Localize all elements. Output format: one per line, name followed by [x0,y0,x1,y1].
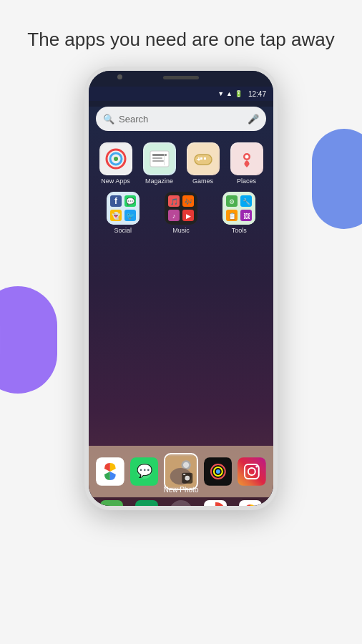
svg-text:🔧: 🔧 [243,197,251,206]
dock-icon-hangouts[interactable]: 💬 [134,499,160,510]
svg-text:💬: 💬 [137,463,153,479]
app-item-tools[interactable]: ⚙ 🔧 📋 🖼 Tools [212,192,266,234]
svg-point-61 [216,469,220,474]
svg-rect-13 [204,157,206,160]
svg-rect-62 [238,457,266,486]
app-item-games[interactable]: Games [183,142,222,185]
svg-rect-8 [152,160,164,162]
tools-icon: ⚙ 🔧 📋 🖼 [222,192,255,225]
magazine-icon [143,142,176,175]
svg-point-71 [175,507,179,510]
popup-icon-photo[interactable] [164,453,197,490]
header-title: The apps you need are one tap away [0,0,362,67]
dock-icon-phone[interactable]: 📞 [99,499,124,510]
svg-rect-70 [170,500,192,510]
app-item-music[interactable]: 🎵 🎶 ♪ ▶ Music [154,192,207,234]
svg-point-56 [185,476,190,481]
svg-point-3 [114,157,118,161]
phone-speaker [163,76,199,79]
dock-icon-chrome[interactable] [202,499,228,510]
svg-text:⚙: ⚙ [229,198,235,205]
dock-popup-label: New Photo [89,486,273,494]
signal-icon: ▼ [217,90,224,97]
social-icon: f 💬 👻 🐦 [107,192,140,225]
svg-text:👻: 👻 [112,211,121,220]
places-icon [230,142,263,175]
svg-text:🎵: 🎵 [170,197,178,206]
svg-rect-66 [100,500,123,510]
phone-mockup: ▼ ▲ 🔋 12:47 🔍 Search 🎤 [0,67,362,510]
screen: 🔍 Search 🎤 [89,107,273,510]
svg-text:🖼: 🖼 [243,213,250,220]
phone-top-bezel [89,71,273,87]
status-bar: ▼ ▲ 🔋 12:47 [89,87,273,101]
svg-text:📞: 📞 [104,505,119,510]
svg-text:🎶: 🎶 [184,197,192,206]
tools-label: Tools [232,227,247,234]
search-bar[interactable]: 🔍 Search 🎤 [96,107,266,131]
svg-point-76 [182,510,186,511]
magazine-label: Magazine [145,177,173,185]
svg-text:📋: 📋 [228,212,237,220]
dock-popup: 💬 [89,446,273,497]
svg-point-75 [179,510,182,511]
music-icon: 🎵 🎶 ♪ ▶ [165,192,197,225]
svg-text:💬: 💬 [140,507,153,510]
new-apps-label: New Apps [101,177,130,185]
app-grid-row1: New Apps Magazine [89,140,273,192]
svg-text:♪: ♪ [172,213,176,220]
app-item-new-apps[interactable]: New Apps [96,142,135,185]
games-label: Games [192,177,213,185]
svg-point-83 [212,509,218,510]
phone-body: ▼ ▲ 🔋 12:47 🔍 Search 🎤 [84,67,278,510]
svg-text:▶: ▶ [185,213,190,220]
games-icon [187,142,220,175]
popup-icon-instagram[interactable] [238,456,266,487]
popup-icon-whatsapp[interactable]: 💬 [130,456,159,487]
popup-icon-pinwheel[interactable] [96,456,124,487]
svg-point-65 [256,466,258,468]
svg-point-73 [182,507,186,510]
svg-rect-57 [183,474,185,475]
dock-icon-apps[interactable] [168,499,194,510]
svg-rect-68 [135,500,158,510]
dock-icon-photos[interactable] [238,499,263,510]
app-grid-row2: f 💬 👻 🐦 Social [89,192,273,240]
svg-point-74 [175,510,179,511]
svg-rect-7 [152,157,162,159]
new-apps-icon [99,142,132,175]
svg-point-18 [245,155,248,159]
status-time: 12:47 [248,90,266,98]
svg-text:💬: 💬 [126,197,135,206]
app-item-places[interactable]: Places [227,142,266,185]
popup-icon-camera[interactable] [204,456,233,487]
svg-rect-15 [198,157,200,161]
places-label: Places [237,177,256,185]
svg-rect-12 [200,157,202,160]
mic-icon: 🎤 [248,114,259,125]
svg-point-82 [212,508,219,510]
svg-point-72 [179,507,182,510]
status-icons: ▼ ▲ 🔋 [217,90,243,97]
music-label: Music [172,227,190,234]
wifi-icon: ▲ [226,90,233,97]
phone-camera [117,74,122,79]
search-placeholder: Search [119,114,243,125]
app-item-magazine[interactable]: Magazine [140,142,179,185]
svg-rect-9 [164,154,165,165]
bottom-dock: 📞 💬 [89,496,273,510]
social-label: Social [114,227,132,234]
svg-text:🐦: 🐦 [126,211,135,220]
search-icon: 🔍 [103,114,114,125]
app-item-social[interactable]: f 💬 👻 🐦 Social [96,192,150,234]
battery-icon: 🔋 [235,90,243,97]
svg-point-54 [183,462,189,468]
